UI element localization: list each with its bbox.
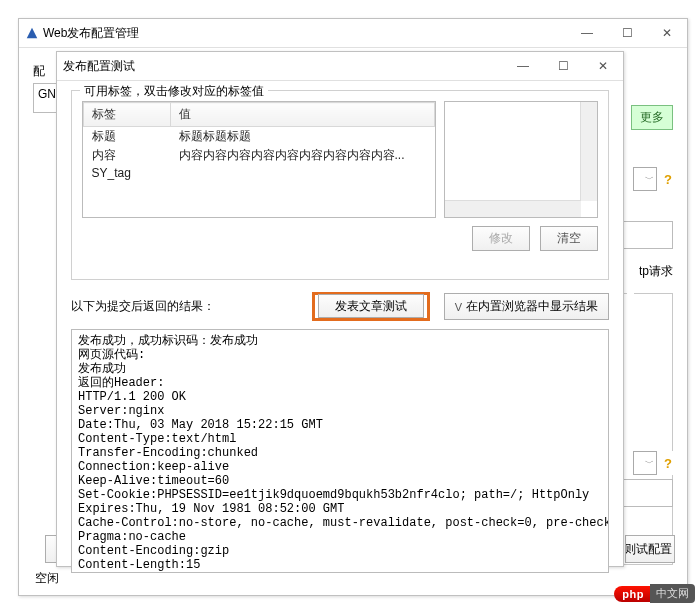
inner-titlebar: 发布配置测试 — ☐ ✕ xyxy=(57,52,623,81)
watermark-brand: php xyxy=(614,586,650,602)
status-text: 空闲 xyxy=(35,570,59,587)
publish-highlight: 发表文章测试 xyxy=(312,292,430,321)
horizontal-scrollbar[interactable] xyxy=(445,200,581,217)
table-row[interactable]: 标题标题标题标题 xyxy=(84,127,435,147)
table-header-row: 标签 值 xyxy=(84,103,435,127)
dropdown-2[interactable]: ﹀ xyxy=(633,451,657,475)
right-cluster-2: ﹀ ? xyxy=(633,451,675,475)
inner-window-title: 发布配置测试 xyxy=(63,58,135,75)
inner-body: 可用标签，双击修改对应的标签值 标签 值 标题标题标题标题内容内容内容内容内容内… xyxy=(57,80,623,566)
preview-label: 在内置浏览器中显示结果 xyxy=(466,298,598,315)
tags-instruction-label: 可用标签，双击修改对应的标签值 xyxy=(80,83,268,100)
watermark-text: 中文网 xyxy=(650,584,695,603)
outer-close-button[interactable]: ✕ xyxy=(647,19,687,47)
cell-tag: 标题 xyxy=(84,127,171,147)
tp-request-label: tp请求 xyxy=(639,263,673,280)
outer-minimize-button[interactable]: — xyxy=(567,19,607,47)
help-icon[interactable]: ? xyxy=(661,456,675,471)
dropdown-1[interactable]: ﹀ xyxy=(633,167,657,191)
outer-maximize-button[interactable]: ☐ xyxy=(607,19,647,47)
col-value: 值 xyxy=(171,103,435,127)
tags-fieldset: 可用标签，双击修改对应的标签值 标签 值 标题标题标题标题内容内容内容内容内容内… xyxy=(71,90,609,280)
chevron-down-icon: V xyxy=(455,301,462,313)
outer-window-title: Web发布配置管理 xyxy=(43,25,139,42)
publish-test-dialog: 发布配置测试 — ☐ ✕ 可用标签，双击修改对应的标签值 标签 值 xyxy=(56,51,624,567)
results-row: 以下为提交后返回的结果： 发表文章测试 V 在内置浏览器中显示结果 xyxy=(71,292,609,321)
response-output[interactable]: 发布成功，成功标识码：发布成功 网页源代码: 发布成功 返回的Header: H… xyxy=(71,329,609,573)
inner-close-button[interactable]: ✕ xyxy=(583,52,623,80)
col-tag: 标签 xyxy=(84,103,171,127)
inner-minimize-button[interactable]: — xyxy=(503,52,543,80)
tags-side-panel[interactable] xyxy=(444,101,598,218)
config-label: 配 xyxy=(33,63,45,80)
vertical-scrollbar[interactable] xyxy=(580,102,597,201)
tags-table[interactable]: 标签 值 标题标题标题标题内容内容内容内容内容内容内容内容内容内容...SY_t… xyxy=(82,101,436,218)
help-icon[interactable]: ? xyxy=(661,172,675,187)
cell-value: 标题标题标题 xyxy=(171,127,435,147)
outer-titlebar: Web发布配置管理 — ☐ ✕ xyxy=(19,19,687,48)
publish-test-button[interactable]: 发表文章测试 xyxy=(318,294,424,318)
right-cluster-1: ﹀ ? xyxy=(633,167,675,191)
table-row[interactable]: SY_tag xyxy=(84,165,435,181)
cell-value: 内容内容内容内容内容内容内容内容内容... xyxy=(171,146,435,165)
test-config-button[interactable]: 则试配置 xyxy=(625,535,675,563)
table-row[interactable]: 内容内容内容内容内容内容内容内容内容内容... xyxy=(84,146,435,165)
app-icon xyxy=(25,26,39,40)
cell-tag: SY_tag xyxy=(84,165,171,181)
watermark: php 中文网 xyxy=(614,584,695,603)
test-config-label: 则试配置 xyxy=(625,541,672,558)
chevron-down-icon: ﹀ xyxy=(645,173,654,186)
cell-tag: 内容 xyxy=(84,146,171,165)
inner-maximize-button[interactable]: ☐ xyxy=(543,52,583,80)
chevron-down-icon: ﹀ xyxy=(645,457,654,470)
preview-in-browser-button[interactable]: V 在内置浏览器中显示结果 xyxy=(444,293,609,320)
cell-value xyxy=(171,165,435,181)
results-label: 以下为提交后返回的结果： xyxy=(71,298,215,315)
modify-button[interactable]: 修改 xyxy=(472,226,530,251)
more-button[interactable]: 更多 xyxy=(631,105,673,130)
clear-button[interactable]: 清空 xyxy=(540,226,598,251)
